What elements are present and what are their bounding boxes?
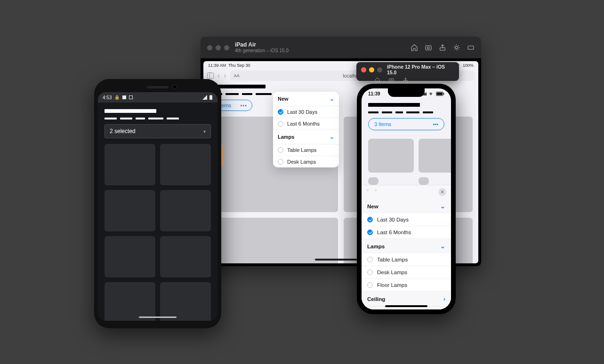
- keyboard-icon[interactable]: [467, 44, 475, 51]
- radio-icon: [278, 147, 283, 153]
- forward-icon[interactable]: ›: [224, 72, 226, 79]
- appearance-icon[interactable]: [453, 44, 460, 51]
- popover-section-header-new[interactable]: New ⌄: [273, 92, 339, 106]
- popover-item[interactable]: Last 6 Months: [273, 118, 339, 130]
- product-tile[interactable]: [160, 236, 211, 277]
- chevron-right-icon: ›: [443, 295, 445, 302]
- front-camera: [173, 85, 177, 89]
- product-tile[interactable]: [160, 282, 211, 321]
- svg-rect-14: [443, 93, 444, 95]
- screenshot-icon[interactable]: [387, 76, 395, 84]
- product-tile[interactable]: [105, 190, 155, 231]
- sheet-item[interactable]: Floor Lamps: [362, 279, 451, 292]
- page-title: [368, 103, 420, 107]
- close-window-icon[interactable]: [207, 45, 212, 50]
- sheet-up-icon[interactable]: ˄: [366, 189, 370, 196]
- sheet-item[interactable]: Last 6 Months: [362, 226, 451, 239]
- battery-icon: [209, 95, 213, 100]
- filter-popover: New ⌄ Last 30 Days Last 6 Months Lamps ⌄…: [273, 92, 339, 167]
- close-icon[interactable]: ✕: [438, 188, 446, 196]
- product-tile[interactable]: [105, 144, 155, 185]
- product-grid: [362, 139, 451, 185]
- traffic-lights: [207, 45, 229, 50]
- screenshot-icon[interactable]: [425, 44, 432, 51]
- sheet-item[interactable]: Desk Lamps: [362, 266, 451, 279]
- simulator-toolbar: [411, 44, 475, 51]
- back-icon[interactable]: ‹: [217, 72, 220, 79]
- product-grid: [105, 144, 211, 321]
- product-tile[interactable]: [105, 236, 155, 277]
- zoom-window-icon[interactable]: [377, 67, 382, 72]
- sheet-item[interactable]: Last 30 Days: [362, 214, 451, 226]
- iphone-screen: 11:39 ᯤ 3 Items •••: [362, 88, 451, 309]
- checkmark-icon: [367, 229, 373, 235]
- home-indicator[interactable]: [139, 317, 177, 318]
- svg-point-3: [455, 46, 458, 48]
- filter-sheet: ˄ ˅ ✕ New ⌄ Last 30 Days Last 6 Months L…: [362, 185, 451, 309]
- popover-section-header-lamps[interactable]: Lamps ⌄: [273, 130, 339, 144]
- share-icon[interactable]: [439, 44, 446, 51]
- product-tile[interactable]: [105, 282, 155, 321]
- app-icon: [129, 95, 133, 99]
- svg-rect-16: [210, 95, 212, 96]
- product-tile[interactable]: [209, 218, 338, 263]
- signal-icon: [202, 95, 207, 100]
- radio-icon: [278, 121, 283, 127]
- more-icon: •••: [433, 121, 438, 127]
- svg-rect-4: [468, 46, 474, 49]
- product-tile[interactable]: [368, 139, 414, 173]
- radio-icon: [278, 159, 283, 165]
- notch: [388, 88, 425, 97]
- iphone-page-header: 3 Items •••: [362, 96, 451, 134]
- power-button[interactable]: [221, 145, 223, 166]
- svg-rect-10: [424, 93, 425, 95]
- breadcrumb: [368, 111, 444, 113]
- radio-icon: [367, 282, 373, 288]
- more-icon: •••: [240, 103, 247, 108]
- product-tile[interactable]: [160, 190, 211, 231]
- minimize-window-icon[interactable]: [369, 67, 374, 72]
- product-tile[interactable]: [368, 177, 379, 185]
- popover-item[interactable]: Last 30 Days: [273, 106, 339, 118]
- share-icon[interactable]: [402, 76, 409, 84]
- home-indicator[interactable]: [385, 305, 427, 307]
- product-tile[interactable]: [419, 139, 451, 173]
- home-icon[interactable]: [373, 76, 381, 84]
- filter-pill[interactable]: 3 Items •••: [368, 118, 444, 130]
- window-subtitle: 4th generation – iOS 15.0: [235, 48, 289, 53]
- svg-rect-0: [426, 46, 431, 50]
- close-window-icon[interactable]: [361, 67, 366, 72]
- dropdown-value: 2 selected: [110, 128, 136, 135]
- sidebar-toggle-icon[interactable]: [207, 72, 214, 79]
- minimize-window-icon[interactable]: [216, 45, 221, 50]
- window-title: iPad Air: [235, 42, 289, 48]
- android-screen: 4:53 🔒 2 selected ▾: [98, 92, 217, 321]
- page-title: [105, 109, 156, 113]
- product-tile[interactable]: [419, 177, 429, 185]
- product-tile[interactable]: [160, 144, 211, 185]
- sheet-section-header-ceiling[interactable]: Ceiling ›: [362, 292, 451, 306]
- sheet-down-icon[interactable]: ˅: [374, 189, 378, 196]
- svg-rect-5: [389, 79, 394, 82]
- checkmark-icon: [367, 217, 373, 222]
- window-title: iPhone 12 Pro Max – iOS 15.0: [387, 64, 454, 75]
- home-icon[interactable]: [411, 44, 418, 51]
- debug-icon: [122, 95, 126, 99]
- chevron-down-icon: ⌄: [330, 134, 334, 140]
- sheet-section-header-new[interactable]: New ⌄: [362, 199, 451, 214]
- svg-point-6: [390, 79, 392, 81]
- sheet-section-header-lamps[interactable]: Lamps ⌄: [362, 239, 451, 253]
- chevron-down-icon: ⌄: [440, 243, 445, 250]
- reader-aa-icon[interactable]: AA: [234, 73, 240, 78]
- iphone-simulator-titlebar: iPhone 12 Pro Max – iOS 15.0: [356, 62, 459, 81]
- popover-item[interactable]: Table Lamps: [273, 144, 339, 156]
- zoom-window-icon[interactable]: [224, 45, 229, 50]
- battery-icon: [436, 92, 444, 96]
- sheet-item[interactable]: Table Lamps: [362, 253, 451, 266]
- chevron-down-icon: ⌄: [440, 203, 445, 210]
- filter-dropdown[interactable]: 2 selected ▾: [105, 124, 211, 138]
- android-page-content: 2 selected ▾: [98, 103, 217, 321]
- window-title-block: iPad Air 4th generation – iOS 15.0: [235, 42, 289, 53]
- popover-item[interactable]: Desk Lamps: [273, 156, 339, 167]
- sheet-handle-bar: ˄ ˅ ✕: [362, 185, 451, 199]
